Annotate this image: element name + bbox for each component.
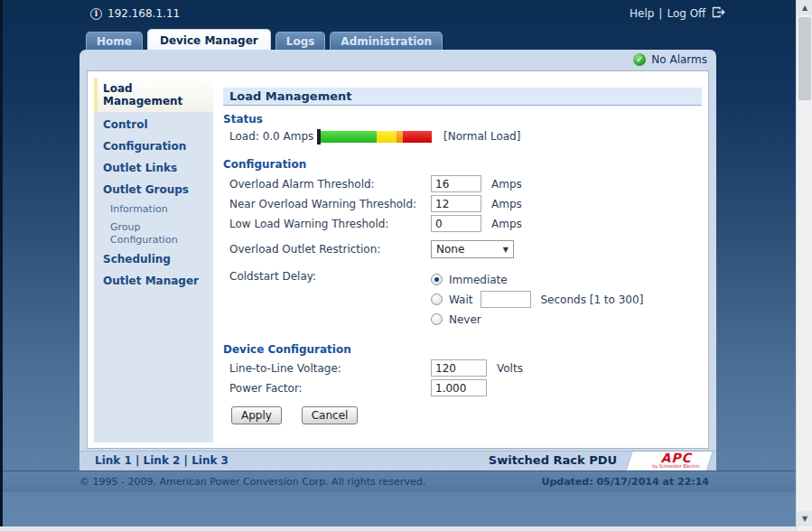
footer-link-2[interactable]: Link 2: [144, 454, 181, 467]
coldstart-immediate-option: Immediate: [431, 270, 643, 289]
outlet-restriction-row: Overload Outlet Restriction: None ▼: [223, 240, 702, 258]
sidebar-item-outlet-groups[interactable]: Outlet Groups: [94, 179, 213, 200]
coldstart-delay-row: Coldstart Delay: Immediate Wait Seconds …: [223, 270, 702, 329]
coldstart-never-option: Never: [431, 310, 643, 329]
overload-alarm-unit: Amps: [491, 178, 522, 191]
load-gauge-orange-segment: [397, 131, 403, 143]
coldstart-wait-input[interactable]: [481, 291, 531, 308]
chevron-down-icon: ▼: [503, 246, 509, 254]
footer-link-bar: Link 1 | Link 2 | Link 3 Switched Rack P…: [79, 451, 716, 470]
cancel-button[interactable]: Cancel: [302, 406, 359, 424]
main-tabs: Home Device Manager Logs Administration: [86, 29, 447, 50]
form-actions: Apply Cancel: [231, 406, 702, 424]
tab-administration[interactable]: Administration: [330, 32, 443, 50]
overload-alarm-label: Overload Alarm Threshold:: [229, 178, 431, 191]
status-heading: Status: [223, 113, 702, 126]
page-title: Load Management: [223, 88, 702, 106]
alarm-status: ✓ No Alarms: [633, 50, 707, 70]
coldstart-wait-label: Wait: [449, 293, 473, 306]
device-configuration-heading: Device Configuration: [223, 343, 702, 356]
footer-links: Link 1 | Link 2 | Link 3: [95, 454, 229, 467]
load-status-row: Load: 0.0 Amps [Normal Load]: [223, 130, 702, 143]
apply-button[interactable]: Apply: [231, 406, 282, 424]
near-overload-row: Near Overload Warning Threshold: Amps: [223, 195, 702, 212]
sidebar-item-scheduling[interactable]: Scheduling: [94, 248, 213, 270]
near-overload-input[interactable]: [431, 195, 481, 212]
tab-home[interactable]: Home: [86, 32, 143, 50]
line-voltage-label: Line-to-Line Voltage:: [229, 362, 431, 375]
sidebar-item-group-configuration[interactable]: Group Configuration: [94, 219, 175, 249]
sidebar-item-information[interactable]: Information: [94, 200, 213, 219]
low-load-input[interactable]: [431, 215, 481, 232]
coldstart-wait-radio[interactable]: [431, 293, 443, 305]
scroll-down-icon[interactable]: ▼: [797, 511, 812, 526]
line-voltage-row: Line-to-Line Voltage: Volts: [223, 359, 702, 377]
coldstart-immediate-radio[interactable]: [431, 274, 443, 285]
separator: |: [184, 454, 188, 467]
configuration-heading: Configuration: [223, 158, 702, 171]
screen-edge: [0, 0, 3, 531]
sidebar-item-outlet-links[interactable]: Outlet Links: [94, 157, 213, 179]
line-voltage-input[interactable]: [431, 359, 487, 377]
scrollbar-thumb[interactable]: [798, 17, 811, 100]
content-box: Load Management Control Configuration Ou…: [87, 70, 709, 449]
footer-link-1[interactable]: Link 1: [95, 454, 132, 467]
main-content: Load Management Status Load: 0.0 Amps [N…: [223, 88, 702, 424]
overload-alarm-row: Overload Alarm Threshold: Amps: [223, 175, 702, 192]
load-gauge-red-segment: [403, 131, 432, 143]
overload-alarm-input[interactable]: [431, 175, 481, 192]
coldstart-delay-label: Coldstart Delay:: [229, 270, 431, 283]
no-alarms-check-icon: ✓: [633, 53, 646, 66]
load-gauge-green-segment: [321, 131, 377, 143]
product-name: Switched Rack PDU: [489, 453, 617, 467]
coldstart-wait-suffix: Seconds [1 to 300]: [541, 293, 644, 306]
tab-logs[interactable]: Logs: [275, 32, 326, 50]
ip-address: 192.168.1.11: [107, 7, 180, 20]
logoff-icon[interactable]: [712, 6, 725, 21]
low-load-row: Low Load Warning Threshold: Amps: [223, 215, 702, 232]
sidebar-item-control[interactable]: Control: [94, 114, 213, 135]
vertical-scrollbar[interactable]: ▲ ▼: [796, 0, 812, 531]
near-overload-label: Near Overload Warning Threshold:: [229, 198, 431, 210]
load-gauge-yellow-segment: [377, 131, 397, 143]
alarm-status-label: No Alarms: [651, 53, 707, 66]
sidebar-nav: Load Management Control Configuration Ou…: [94, 78, 213, 442]
help-link[interactable]: Help: [630, 7, 654, 20]
separator: |: [135, 454, 139, 467]
scroll-up-icon[interactable]: ▲: [797, 0, 812, 15]
power-factor-input[interactable]: [431, 379, 487, 396]
load-gauge: [317, 130, 432, 143]
power-factor-row: Power Factor:: [223, 379, 702, 396]
sidebar-item-load-management[interactable]: Load Management: [94, 78, 213, 112]
apc-logo-text: APC: [652, 452, 700, 464]
coldstart-never-radio[interactable]: [431, 313, 443, 325]
updated-timestamp: Updated: 05/17/2014 at 22:14: [541, 476, 709, 488]
low-load-unit: Amps: [491, 218, 522, 230]
apc-logo: APC by Schneider Electric: [652, 452, 700, 469]
power-factor-label: Power Factor:: [229, 382, 431, 395]
coldstart-options: Immediate Wait Seconds [1 to 300] Never: [431, 270, 643, 329]
sidebar-item-configuration[interactable]: Configuration: [94, 135, 213, 157]
device-address: i 192.168.1.11: [90, 7, 180, 20]
copyright-bar: © 1995 - 2009, American Power Conversion…: [3, 470, 796, 492]
outlet-restriction-select[interactable]: None ▼: [431, 240, 514, 258]
outlet-restriction-value: None: [436, 243, 464, 256]
coldstart-immediate-label: Immediate: [449, 274, 508, 286]
coldstart-never-label: Never: [449, 313, 481, 326]
separator: |: [658, 7, 662, 20]
apc-logo-tagline: by Schneider Electric: [652, 464, 700, 469]
tab-device-manager[interactable]: Device Manager: [147, 29, 271, 50]
outlet-restriction-label: Overload Outlet Restriction:: [229, 243, 431, 256]
coldstart-wait-option: Wait Seconds [1 to 300]: [431, 290, 643, 309]
sidebar-item-outlet-manager[interactable]: Outlet Manager: [94, 270, 213, 292]
info-icon: i: [90, 8, 102, 20]
bottom-edge: [0, 526, 812, 531]
footer-link-3[interactable]: Link 3: [191, 454, 229, 467]
copyright-text: © 1995 - 2009, American Power Conversion…: [79, 476, 425, 488]
pdu-web-interface: i 192.168.1.11 Help | Log Off Home Devic…: [0, 0, 812, 531]
low-load-label: Low Load Warning Threshold:: [229, 218, 431, 230]
logoff-link[interactable]: Log Off: [667, 7, 705, 20]
session-links: Help | Log Off: [630, 6, 725, 21]
load-value: Load: 0.0 Amps: [229, 130, 317, 143]
content-panel: ✓ No Alarms Load Management Control Conf…: [79, 50, 716, 470]
